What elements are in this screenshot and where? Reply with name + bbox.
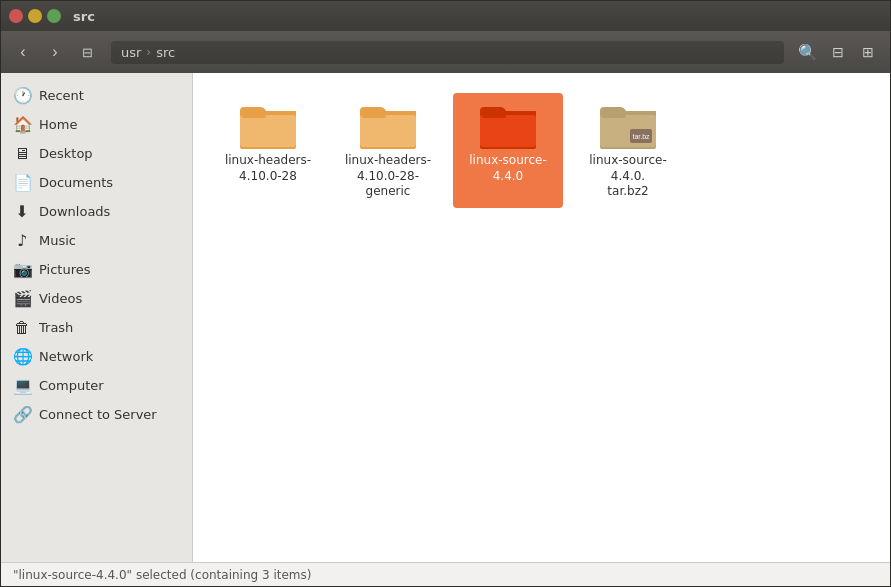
search-icon: 🔍	[798, 43, 818, 62]
sidebar-label-computer: Computer	[39, 378, 104, 393]
window-controls	[9, 9, 61, 23]
file-label-linux-source-4.4.0: linux-source-4.4.0	[457, 153, 559, 184]
file-item-linux-headers-28[interactable]: linux-headers-4.10.0-28	[213, 93, 323, 208]
file-item-linux-headers-28-generic[interactable]: linux-headers-4.10.0-28-generic	[333, 93, 443, 208]
forward-icon: ›	[52, 43, 57, 61]
toolbar-right: 🔍 ⊟ ⊞	[794, 38, 882, 66]
svg-rect-7	[480, 115, 536, 147]
search-button[interactable]: 🔍	[794, 38, 822, 66]
svg-text:tar.bz: tar.bz	[632, 133, 650, 140]
sidebar-label-trash: Trash	[39, 320, 73, 335]
sidebar-label-videos: Videos	[39, 291, 82, 306]
list-view-icon: ⊟	[832, 44, 844, 60]
trash-icon: 🗑	[13, 318, 31, 337]
close-button[interactable]	[9, 9, 23, 23]
back-button[interactable]: ‹	[9, 38, 37, 66]
bookmark-icon: ⊟	[82, 45, 93, 60]
sidebar-item-network[interactable]: 🌐 Network	[1, 342, 192, 371]
pictures-icon: 📷	[13, 260, 31, 279]
window-title: src	[73, 9, 95, 24]
sidebar-item-pictures[interactable]: 📷 Pictures	[1, 255, 192, 284]
svg-rect-2	[242, 112, 266, 118]
file-manager-window: src ‹ › ⊟ usr › src 🔍 ⊟ ⊞	[0, 0, 891, 587]
svg-rect-5	[362, 112, 386, 118]
main-content: 🕐 Recent 🏠 Home 🖥 Desktop 📄 Documents ⬇ …	[1, 73, 890, 562]
network-icon: 🌐	[13, 347, 31, 366]
back-icon: ‹	[20, 43, 25, 61]
statusbar: "linux-source-4.4.0" selected (containin…	[1, 562, 890, 586]
minimize-button[interactable]	[28, 9, 42, 23]
file-label-linux-headers-28-generic: linux-headers-4.10.0-28-generic	[337, 153, 439, 200]
music-icon: ♪	[13, 231, 31, 250]
titlebar: src	[1, 1, 890, 31]
folder-icon-red	[480, 101, 536, 149]
breadcrumb-src[interactable]: src	[152, 43, 179, 62]
grid-view-button[interactable]: ⊞	[854, 38, 882, 66]
svg-rect-11	[602, 112, 626, 118]
sidebar-item-connect[interactable]: 🔗 Connect to Server	[1, 400, 192, 429]
computer-icon: 💻	[13, 376, 31, 395]
videos-icon: 🎬	[13, 289, 31, 308]
folder-icon-orange	[240, 101, 296, 149]
downloads-icon: ⬇	[13, 202, 31, 221]
list-view-button[interactable]: ⊟	[824, 38, 852, 66]
forward-button[interactable]: ›	[41, 38, 69, 66]
sidebar-label-connect: Connect to Server	[39, 407, 157, 422]
maximize-button[interactable]	[47, 9, 61, 23]
sidebar-label-documents: Documents	[39, 175, 113, 190]
toolbar: ‹ › ⊟ usr › src 🔍 ⊟ ⊞	[1, 31, 890, 73]
status-text: "linux-source-4.4.0" selected (containin…	[13, 568, 311, 582]
sidebar-item-computer[interactable]: 💻 Computer	[1, 371, 192, 400]
sidebar-item-videos[interactable]: 🎬 Videos	[1, 284, 192, 313]
sidebar-item-home[interactable]: 🏠 Home	[1, 110, 192, 139]
sidebar-label-home: Home	[39, 117, 77, 132]
sidebar-label-recent: Recent	[39, 88, 84, 103]
sidebar-item-documents[interactable]: 📄 Documents	[1, 168, 192, 197]
archive-icon: tar.bz	[600, 101, 656, 149]
breadcrumb-usr[interactable]: usr	[117, 43, 145, 62]
connect-icon: 🔗	[13, 405, 31, 424]
bookmark-button[interactable]: ⊟	[73, 38, 101, 66]
file-area: linux-headers-4.10.0-28 linux-headers-4.…	[193, 73, 890, 562]
sidebar-item-downloads[interactable]: ⬇ Downloads	[1, 197, 192, 226]
file-item-linux-source-tar[interactable]: tar.bz linux-source-4.4.0.tar.bz2	[573, 93, 683, 208]
sidebar-label-network: Network	[39, 349, 93, 364]
desktop-icon: 🖥	[13, 144, 31, 163]
svg-rect-1	[240, 115, 296, 147]
sidebar-label-music: Music	[39, 233, 76, 248]
recent-icon: 🕐	[13, 86, 31, 105]
sidebar-item-music[interactable]: ♪ Music	[1, 226, 192, 255]
home-icon: 🏠	[13, 115, 31, 134]
documents-icon: 📄	[13, 173, 31, 192]
breadcrumb-separator: ›	[146, 45, 151, 59]
breadcrumb: usr › src	[111, 41, 784, 64]
file-label-linux-source-tar: linux-source-4.4.0.tar.bz2	[577, 153, 679, 200]
sidebar-label-desktop: Desktop	[39, 146, 93, 161]
sidebar-item-recent[interactable]: 🕐 Recent	[1, 81, 192, 110]
sidebar-item-desktop[interactable]: 🖥 Desktop	[1, 139, 192, 168]
sidebar: 🕐 Recent 🏠 Home 🖥 Desktop 📄 Documents ⬇ …	[1, 73, 193, 562]
grid-view-icon: ⊞	[862, 44, 874, 60]
folder-icon-orange2	[360, 101, 416, 149]
svg-rect-8	[482, 112, 506, 118]
sidebar-label-pictures: Pictures	[39, 262, 90, 277]
file-item-linux-source-4.4.0[interactable]: linux-source-4.4.0	[453, 93, 563, 208]
sidebar-label-downloads: Downloads	[39, 204, 110, 219]
svg-rect-4	[360, 115, 416, 147]
file-label-linux-headers-28: linux-headers-4.10.0-28	[225, 153, 311, 184]
sidebar-item-trash[interactable]: 🗑 Trash	[1, 313, 192, 342]
